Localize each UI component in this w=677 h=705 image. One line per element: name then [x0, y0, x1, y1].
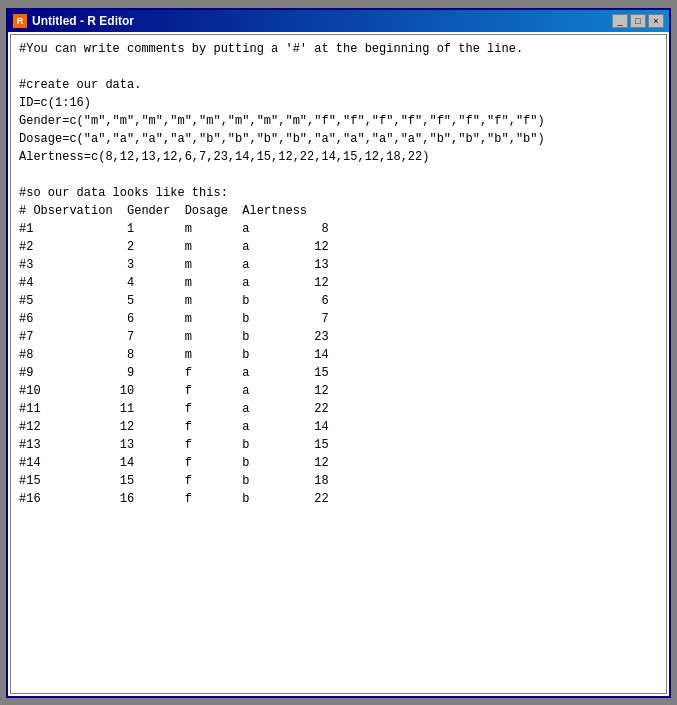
maximize-button[interactable]: □ [630, 14, 646, 28]
close-button[interactable]: × [648, 14, 664, 28]
title-bar-left: R Untitled - R Editor [13, 14, 134, 28]
r-icon: R [13, 14, 27, 28]
minimize-button[interactable]: _ [612, 14, 628, 28]
title-bar: R Untitled - R Editor _ □ × [8, 10, 669, 32]
code-content: #You can write comments by putting a '#'… [19, 40, 658, 508]
window-controls: _ □ × [612, 14, 664, 28]
r-editor-window: R Untitled - R Editor _ □ × #You can wri… [6, 8, 671, 698]
window-title: Untitled - R Editor [32, 14, 134, 28]
code-editor[interactable]: #You can write comments by putting a '#'… [10, 34, 667, 694]
